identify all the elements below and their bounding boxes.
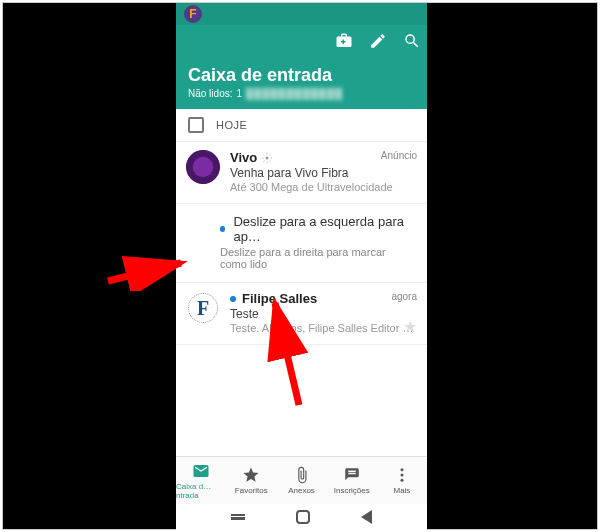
unread-dot-icon: [230, 296, 236, 302]
vivo-avatar-icon: [186, 150, 220, 184]
avatar-letter: F: [197, 297, 209, 320]
recents-button[interactable]: [231, 514, 245, 520]
avatar: F: [186, 291, 220, 325]
sender-name: Vivo: [230, 150, 257, 165]
nav-label: Mais: [393, 486, 410, 495]
unread-summary: Não lidos: 1 ████████████: [188, 88, 415, 99]
nav-inbox[interactable]: Caixa d…ntrada: [176, 457, 226, 504]
screenshot-frame: F Caixa de entrada Não lidos: 1 ████████…: [2, 2, 598, 530]
subject: Venha para Vivo Fibra: [230, 166, 417, 180]
svg-line-10: [270, 154, 271, 155]
app-logo-letter: F: [189, 7, 196, 21]
section-label-today: HOJE: [216, 119, 247, 131]
section-header-row: HOJE: [176, 109, 427, 142]
item-meta-time: agora: [391, 291, 417, 302]
android-nav-bar: [176, 504, 427, 530]
unread-count: 1: [236, 88, 242, 99]
svg-line-9: [264, 160, 265, 161]
preview: Até 300 Mega de Ultravelocidade: [230, 181, 417, 193]
back-button[interactable]: [361, 510, 372, 524]
item-body: Filipe Salles Teste Teste. Abraços, Fili…: [230, 291, 417, 334]
unread-label: Não lidos:: [188, 88, 232, 99]
nav-label: Inscrições: [334, 486, 370, 495]
medkit-icon[interactable]: [335, 32, 353, 54]
svg-point-11: [400, 468, 403, 471]
nav-subscriptions[interactable]: Inscrições: [327, 457, 377, 504]
swipe-tip: Deslize para a esquerda para ap… Deslize…: [176, 204, 427, 283]
svg-point-2: [266, 156, 269, 159]
app-logo-icon: F: [184, 5, 202, 23]
nav-label: Caixa d…ntrada: [176, 482, 226, 500]
item-meta-ad: Anúncio: [381, 150, 417, 161]
subject: Teste: [230, 307, 417, 321]
nav-more[interactable]: Mais: [377, 457, 427, 504]
unread-dot-icon: [220, 226, 225, 232]
phone-screen: F Caixa de entrada Não lidos: 1 ████████…: [176, 3, 427, 530]
svg-point-12: [400, 474, 403, 477]
sender-name: Filipe Salles: [242, 291, 317, 306]
tip-line2: Deslize para a direita para marcar como …: [220, 246, 415, 270]
select-all-checkbox[interactable]: [188, 117, 204, 133]
tip-text-1: Deslize para a esquerda para ap…: [233, 214, 415, 244]
account-email-blurred: ████████████: [246, 88, 343, 99]
search-icon[interactable]: [403, 32, 421, 54]
status-bar: F: [176, 3, 427, 25]
svg-line-14: [108, 263, 181, 281]
nav-label: Favoritos: [235, 486, 268, 495]
compose-icon[interactable]: [369, 32, 387, 54]
message-list: Vivo Venha para Vivo Fibra Até 300 Mega …: [176, 142, 427, 456]
list-item[interactable]: Vivo Venha para Vivo Fibra Até 300 Mega …: [176, 142, 427, 204]
svg-point-13: [400, 479, 403, 482]
svg-point-1: [193, 157, 213, 177]
app-toolbar: [176, 25, 427, 61]
nav-label: Anexos: [288, 486, 315, 495]
svg-line-8: [270, 160, 271, 161]
tip-line1: Deslize para a esquerda para ap…: [220, 214, 415, 244]
avatar: [186, 150, 220, 184]
inbox-header: Caixa de entrada Não lidos: 1 ██████████…: [176, 61, 427, 109]
nav-favorites[interactable]: Favoritos: [226, 457, 276, 504]
star-icon[interactable]: ★: [403, 317, 417, 336]
page-title: Caixa de entrada: [188, 65, 415, 86]
preview: Teste. Abraços, Filipe Salles Editor no…: [230, 322, 417, 334]
home-button[interactable]: [296, 510, 310, 524]
list-item[interactable]: F Filipe Salles Teste Teste. Abraços, Fi…: [176, 283, 427, 345]
sun-icon: [261, 152, 273, 164]
svg-line-7: [264, 154, 265, 155]
nav-attachments[interactable]: Anexos: [276, 457, 326, 504]
bottom-nav: Caixa d…ntrada Favoritos Anexos Inscriçõ…: [176, 456, 427, 504]
